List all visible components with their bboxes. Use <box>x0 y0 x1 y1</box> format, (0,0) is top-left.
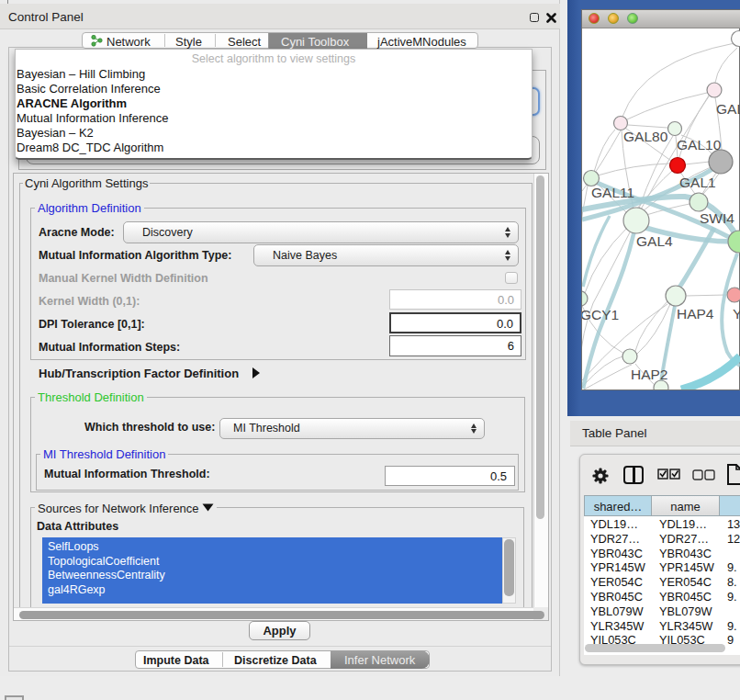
svg-text:HAP2: HAP2 <box>631 367 668 382</box>
svg-text:GAL80: GAL80 <box>623 129 668 144</box>
svg-text:HAP4: HAP4 <box>677 306 714 322</box>
svg-text:SWI4: SWI4 <box>700 210 734 226</box>
svg-text:GAL4: GAL4 <box>636 233 673 249</box>
svg-text:GCY1: GCY1 <box>582 307 619 322</box>
svg-text:GAL11: GAL11 <box>591 185 634 200</box>
svg-text:GAL10: GAL10 <box>677 137 722 152</box>
svg-text:GAL1: GAL1 <box>679 175 716 190</box>
svg-text:Y: Y <box>733 306 740 322</box>
svg-text:GAL2: GAL2 <box>716 101 740 117</box>
